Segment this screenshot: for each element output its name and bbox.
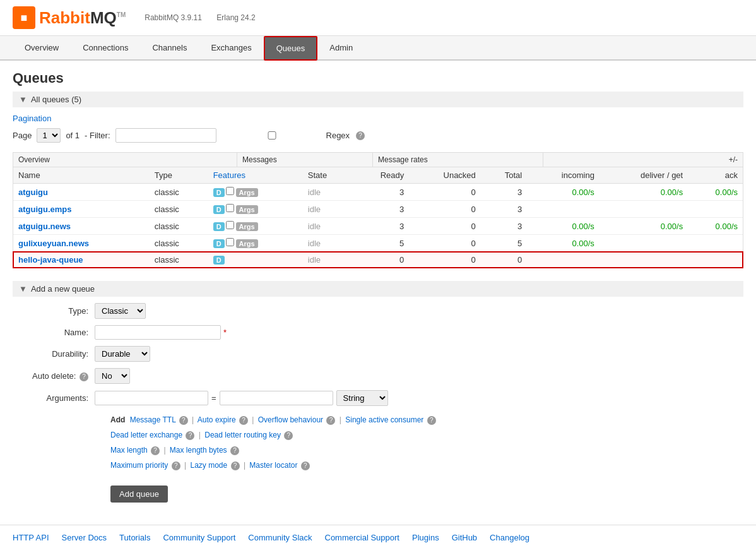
queue-name-link[interactable]: gulixueyuan.news: [18, 239, 89, 248]
name-input[interactable]: [95, 325, 221, 340]
add-message-ttl[interactable]: Message TTL: [130, 415, 176, 424]
queue-total: 0: [481, 252, 527, 268]
queue-incoming: 0.00/s: [527, 235, 599, 252]
queue-deliver-get: [599, 201, 688, 218]
col-type: Type: [150, 167, 208, 184]
add-dead-letter-exchange[interactable]: Dead letter exchange: [110, 431, 182, 439]
rabbitmq-version: RabbitMQ 3.9.11: [145, 13, 202, 22]
durability-row: Durability: Durable Transient: [13, 346, 743, 362]
add-max-length-bytes[interactable]: Max length bytes: [170, 446, 227, 455]
nav-exchanges[interactable]: Exchanges: [199, 36, 263, 61]
col-ready: Ready: [352, 167, 409, 184]
nav-queues[interactable]: Queues: [264, 36, 318, 61]
table-section-rates: Message rates: [373, 153, 543, 167]
queue-name-link[interactable]: atguigu.news: [18, 222, 71, 231]
all-queues-toggle[interactable]: ▼: [19, 95, 27, 104]
features-checkbox[interactable]: [226, 204, 234, 212]
footer-github[interactable]: GitHub: [452, 533, 477, 542]
queue-type: classic: [150, 201, 208, 218]
add-max-length[interactable]: Max length: [110, 446, 148, 455]
nav-channels[interactable]: Channels: [140, 36, 199, 61]
queue-features: D: [208, 252, 303, 268]
header: ■ RabbitMQTM RabbitMQ 3.9.11 Erlang 24.2: [0, 0, 756, 36]
auto-delete-select[interactable]: No Yes: [95, 368, 130, 384]
type-select[interactable]: Classic Quorum Stream: [95, 303, 146, 319]
queue-ready: 3: [352, 184, 409, 201]
add-maximum-priority[interactable]: Maximum priority: [110, 461, 168, 470]
footer-server-docs[interactable]: Server Docs: [62, 533, 107, 542]
max-priority-help[interactable]: ?: [172, 462, 180, 470]
add-links: Add Message TTL ? | Auto expire ? | Over…: [110, 412, 743, 473]
master-locator-help[interactable]: ?: [301, 462, 310, 470]
queue-deliver-get: [599, 252, 688, 268]
table-plus-minus[interactable]: +/-: [543, 153, 743, 167]
nav-overview[interactable]: Overview: [13, 36, 71, 61]
queue-unacked: 0: [409, 218, 481, 235]
table-row[interactable]: hello-java-queueclassicDidle000: [13, 252, 743, 268]
footer-plugins[interactable]: Plugins: [412, 533, 439, 542]
auto-delete-help[interactable]: ?: [80, 372, 88, 381]
footer-http-api[interactable]: HTTP API: [13, 533, 49, 542]
regex-help[interactable]: ?: [356, 131, 365, 140]
nav-admin[interactable]: Admin: [317, 36, 365, 61]
table-row[interactable]: atguigu.empsclassicDArgsidle303: [13, 201, 743, 218]
name-label: Name:: [13, 328, 95, 337]
dead-letter-routing-help[interactable]: ?: [284, 431, 293, 440]
col-deliver-get: deliver / get: [599, 167, 688, 184]
queue-ack: [688, 201, 743, 218]
max-length-help[interactable]: ?: [151, 446, 160, 455]
args-val-input[interactable]: [220, 391, 333, 405]
single-active-help[interactable]: ?: [427, 416, 436, 425]
add-queue-toggle[interactable]: ▼: [19, 284, 27, 294]
filter-input[interactable]: [115, 128, 216, 143]
queue-name-link[interactable]: atguigu.emps: [18, 205, 72, 214]
args-type-select[interactable]: String Number Boolean: [336, 390, 388, 406]
args-key-input[interactable]: [95, 391, 208, 405]
footer-community-support[interactable]: Community Support: [163, 533, 235, 542]
queue-type: classic: [150, 184, 208, 201]
table-row[interactable]: gulixueyuan.newsclassicDArgsidle5050.00/…: [13, 235, 743, 252]
features-checkbox[interactable]: [226, 238, 234, 246]
main-nav: Overview Connections Channels Exchanges …: [0, 36, 756, 61]
nav-connections[interactable]: Connections: [71, 36, 140, 61]
add-overflow-behaviour[interactable]: Overflow behaviour: [258, 415, 323, 424]
message-ttl-help[interactable]: ?: [179, 416, 188, 425]
auto-expire-help[interactable]: ?: [239, 416, 248, 425]
page-select[interactable]: 1: [37, 128, 61, 143]
queue-incoming: [527, 252, 599, 268]
add-dead-letter-routing-key[interactable]: Dead letter routing key: [204, 431, 281, 439]
pagination-label[interactable]: Pagination: [13, 114, 743, 123]
durability-select[interactable]: Durable Transient: [95, 346, 150, 362]
queue-features: DArgs: [208, 201, 303, 218]
of-label: of 1: [66, 131, 80, 140]
type-row: Type: Classic Quorum Stream: [13, 303, 743, 319]
add-master-locator[interactable]: Master locator: [249, 461, 297, 470]
lazy-mode-help[interactable]: ?: [231, 462, 240, 470]
regex-checkbox[interactable]: [221, 131, 322, 140]
max-length-bytes-help[interactable]: ?: [230, 446, 239, 455]
features-checkbox[interactable]: [226, 187, 234, 195]
footer-tutorials[interactable]: Tutorials: [119, 533, 150, 542]
durability-label: Durability:: [13, 349, 95, 359]
add-auto-expire[interactable]: Auto expire: [198, 415, 236, 424]
queue-total: 3: [481, 184, 527, 201]
table-section-overview: Overview: [13, 153, 237, 167]
features-checkbox[interactable]: [226, 221, 234, 229]
add-lazy-mode[interactable]: Lazy mode: [191, 461, 228, 470]
logo: ■ RabbitMQTM: [13, 6, 126, 29]
table-row[interactable]: atguiguclassicDArgsidle3030.00/s0.00/s0.…: [13, 184, 743, 201]
add-single-active-consumer[interactable]: Single active consumer: [345, 415, 423, 424]
overflow-help[interactable]: ?: [326, 416, 335, 425]
main-content: Queues ▼ All queues (5) Pagination Page …: [0, 61, 756, 525]
table-row[interactable]: atguigu.newsclassicDArgsidle3030.00/s0.0…: [13, 218, 743, 235]
queue-ack: [688, 235, 743, 252]
add-queue-button[interactable]: Add queue: [110, 485, 168, 503]
queue-name-link[interactable]: atguigu: [18, 188, 48, 197]
footer-commercial-support[interactable]: Commercial Support: [325, 533, 400, 542]
footer-community-slack[interactable]: Community Slack: [248, 533, 312, 542]
queue-name-link[interactable]: hello-java-queue: [18, 255, 83, 265]
add-queue-label: Add a new queue: [31, 284, 95, 294]
dead-letter-exchange-help[interactable]: ?: [186, 431, 194, 440]
footer-changelog[interactable]: Changelog: [490, 533, 529, 542]
auto-delete-row: Auto delete: ? No Yes: [13, 368, 743, 384]
